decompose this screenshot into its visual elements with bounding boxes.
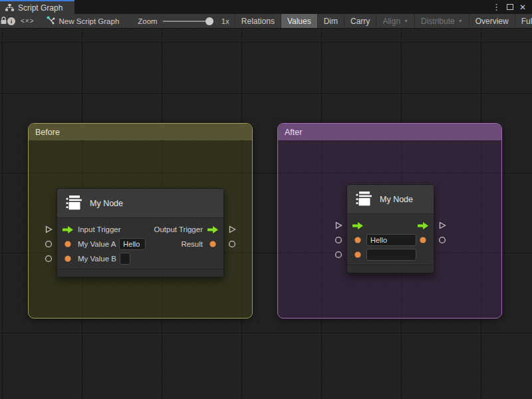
zoom-control: Zoom 1x (138, 14, 235, 28)
trigger-in-port-icon[interactable] (352, 221, 363, 229)
value-out-port-icon[interactable] (418, 236, 428, 244)
zoom-value: 1x (221, 17, 229, 25)
node-title: My Node (380, 195, 413, 204)
value-out-port-icon[interactable] (207, 240, 218, 248)
values-label: Values (287, 17, 311, 26)
graph-hierarchy-icon (5, 4, 14, 11)
distribute-label: Distribute (421, 17, 455, 26)
node-footer (347, 265, 434, 273)
input-trigger-label: Input Trigger (78, 225, 121, 233)
external-trigger-port-left[interactable] (45, 225, 53, 233)
align-button[interactable]: Align ▼ (376, 14, 414, 28)
external-value-port-right[interactable] (438, 236, 446, 244)
values-button[interactable]: Values (281, 14, 317, 28)
unit-node-icon (355, 191, 372, 208)
external-trigger-port-left[interactable] (334, 221, 342, 229)
node-title: My Node (90, 199, 123, 208)
graph-toolbar: i <×> New Script Graph Zoom (0, 14, 532, 29)
node-footer (57, 269, 223, 277)
trigger-out-port-icon[interactable] (418, 221, 428, 229)
node-after-body (347, 214, 434, 265)
value-in-port-icon[interactable] (352, 236, 363, 244)
node-after-header[interactable]: My Node (347, 185, 434, 214)
external-value-port-right[interactable] (228, 240, 236, 248)
code-view-button[interactable]: <×> (15, 14, 40, 28)
zoom-slider-track (163, 21, 212, 22)
node-before[interactable]: My Node Input Trigger Output Trigger (57, 188, 224, 277)
value-a-field[interactable] (119, 238, 146, 250)
code-icon: <×> (21, 17, 35, 25)
value-in-port-icon[interactable] (63, 255, 73, 263)
zoom-label: Zoom (138, 17, 157, 25)
new-script-graph-button[interactable]: New Script Graph (40, 14, 126, 28)
close-icon[interactable]: ✕ (519, 3, 526, 11)
full-screen-button[interactable]: Full Scr (515, 14, 532, 28)
external-trigger-port-right[interactable] (438, 221, 446, 229)
port-row-value-b: My Value B (57, 251, 223, 266)
tab-script-graph[interactable]: Script Graph (0, 0, 74, 14)
lock-button[interactable] (0, 14, 7, 28)
group-after-header[interactable]: After (278, 124, 501, 140)
group-after-title: After (285, 128, 302, 137)
chevron-down-icon: ▼ (458, 19, 463, 23)
value-in-port-icon[interactable] (63, 240, 73, 248)
value-a-field[interactable] (366, 234, 416, 246)
zoom-slider[interactable] (163, 14, 212, 29)
external-value-port-left[interactable] (334, 236, 342, 244)
tab-title: Script Graph (18, 3, 63, 13)
chevron-down-icon: ▼ (404, 19, 408, 23)
script-graph-window: Script Graph ⋮ ✕ i <×> (0, 0, 532, 399)
value-in-port-icon[interactable] (352, 251, 363, 259)
value-b-field[interactable] (366, 249, 416, 261)
external-value-port-left[interactable] (45, 240, 53, 248)
lock-icon (0, 17, 7, 26)
group-before-header[interactable]: Before (29, 124, 252, 140)
carry-button[interactable]: Carry (344, 14, 376, 28)
tab-bar: Script Graph ⋮ ✕ (0, 0, 532, 14)
full-screen-label: Full Scr (521, 17, 532, 26)
value-a-label: My Value A (78, 240, 116, 248)
group-before-title: Before (35, 128, 60, 137)
port-row-trigger: Input Trigger Output Trigger (57, 222, 223, 237)
new-graph-label: New Script Graph (59, 17, 120, 25)
overview-label: Overview (475, 17, 509, 26)
relations-button[interactable]: Relations (235, 14, 281, 28)
info-button[interactable]: i (7, 14, 15, 28)
external-value-port-left[interactable] (45, 255, 53, 263)
overview-button[interactable]: Overview (469, 14, 515, 28)
dim-label: Dim (324, 17, 338, 26)
value-b-label: My Value B (78, 255, 116, 263)
unit-node-icon (65, 195, 82, 212)
value-b-field[interactable] (120, 253, 130, 265)
result-label: Result (181, 240, 203, 248)
toolbar-right-buttons: Relations Values Dim Carry Align ▼ Distr… (235, 14, 532, 28)
maximize-icon[interactable] (507, 4, 513, 10)
port-row-trigger (347, 218, 434, 233)
node-before-body: Input Trigger Output Trigger (57, 218, 223, 269)
zoom-slider-handle[interactable] (205, 17, 213, 25)
align-label: Align (382, 17, 400, 26)
external-trigger-port-right[interactable] (228, 225, 236, 233)
distribute-button[interactable]: Distribute ▼ (414, 14, 469, 28)
node-after[interactable]: My Node (346, 184, 434, 273)
carry-label: Carry (350, 17, 370, 26)
new-graph-icon (47, 16, 55, 26)
window-controls: ⋮ ✕ (492, 0, 532, 14)
graph-canvas[interactable]: Before After (0, 29, 532, 399)
node-before-header[interactable]: My Node (57, 189, 223, 218)
trigger-in-port-icon[interactable] (63, 225, 73, 233)
dim-button[interactable]: Dim (317, 14, 344, 28)
port-row-value-a (347, 233, 434, 247)
external-value-port-left[interactable] (334, 251, 342, 259)
port-row-value-a: My Value A Result (57, 237, 223, 251)
window-menu-icon[interactable]: ⋮ (492, 3, 501, 11)
port-row-value-b (347, 247, 434, 262)
relations-label: Relations (241, 17, 275, 26)
output-trigger-label: Output Trigger (154, 225, 203, 233)
info-icon: i (7, 17, 15, 25)
trigger-out-port-icon[interactable] (207, 225, 218, 233)
